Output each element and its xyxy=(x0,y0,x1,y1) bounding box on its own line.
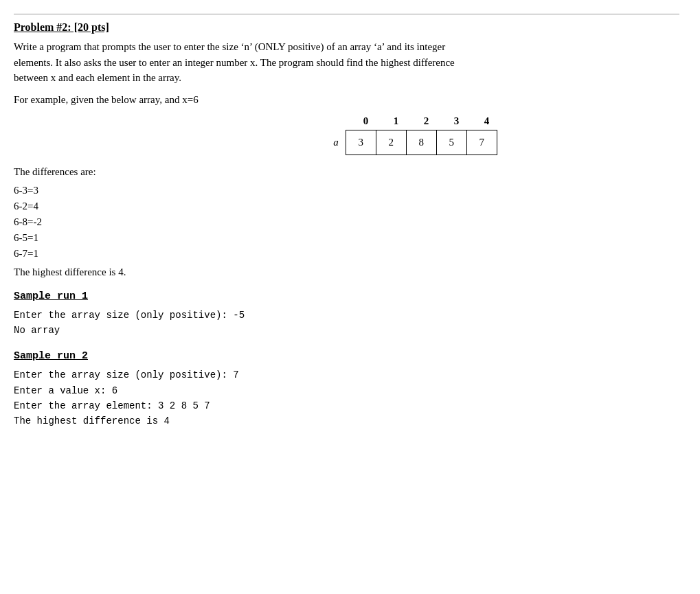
top-border xyxy=(14,14,679,14)
array-table: 3 2 8 5 7 xyxy=(346,130,497,155)
problem-title: Problem #2: [20 pts] xyxy=(14,21,679,34)
description-line2: elements. It also asks the user to enter… xyxy=(14,57,455,68)
diff-line-5: 6-7=1 xyxy=(14,248,679,260)
description-line3: between x and each element in the array. xyxy=(14,72,181,83)
diff-line-3: 6-8=-2 xyxy=(14,216,679,228)
array-indices: 0 1 2 3 4 xyxy=(351,115,502,127)
sample-run-1-code: Enter the array size (only positive): -5… xyxy=(14,308,679,339)
cell-3: 5 xyxy=(436,130,466,155)
cell-4: 7 xyxy=(466,130,497,155)
example-label: For example, given the below array, and … xyxy=(14,94,679,106)
sample-run-2-code: Enter the array size (only positive): 7 … xyxy=(14,367,679,429)
description-line1: Write a program that prompts the user to… xyxy=(14,41,445,52)
cell-1: 2 xyxy=(376,130,406,155)
cell-2: 8 xyxy=(406,130,436,155)
diff-line-1: 6-3=3 xyxy=(14,185,679,196)
highest-diff: The highest difference is 4. xyxy=(14,266,679,278)
sample-run-1-title: Sample run 1 xyxy=(14,290,679,302)
description: Write a program that prompts the user to… xyxy=(14,39,679,86)
index-1: 1 xyxy=(381,115,411,127)
index-0: 0 xyxy=(351,115,381,127)
array-section: 0 1 2 3 4 a 3 2 8 5 7 xyxy=(151,115,679,155)
index-4: 4 xyxy=(472,115,502,127)
index-2: 2 xyxy=(411,115,442,127)
table-row: 3 2 8 5 7 xyxy=(346,130,497,155)
cell-0: 3 xyxy=(346,130,376,155)
array-row: a 3 2 8 5 7 xyxy=(333,130,497,155)
index-3: 3 xyxy=(442,115,472,127)
sample-run-2-title: Sample run 2 xyxy=(14,350,679,362)
page: Problem #2: [20 pts] Write a program tha… xyxy=(0,0,700,594)
differences-title: The differences are: xyxy=(14,166,679,178)
diff-line-4: 6-5=1 xyxy=(14,232,679,244)
array-label: a xyxy=(333,137,339,148)
diff-line-2: 6-2=4 xyxy=(14,201,679,212)
